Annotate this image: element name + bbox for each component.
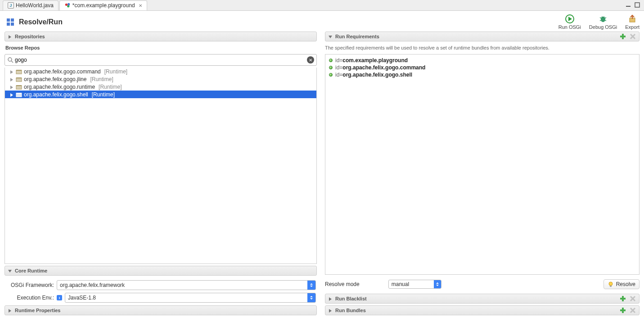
svg-rect-7 <box>7 23 10 26</box>
svg-marker-25 <box>10 78 13 82</box>
svg-marker-36 <box>310 286 313 287</box>
add-bundle-button[interactable] <box>619 307 626 314</box>
run-blacklist-section-header[interactable]: Run Blacklist <box>325 294 639 304</box>
svg-line-15 <box>605 20 606 21</box>
svg-marker-38 <box>310 298 313 300</box>
chevron-right-icon <box>9 92 14 97</box>
svg-rect-5 <box>7 18 10 22</box>
search-icon <box>7 57 14 63</box>
repo-tree: org.apache.felix.gogo.command [Runtime] … <box>5 68 317 264</box>
status-dot-icon <box>329 73 333 77</box>
bundle-icon <box>16 91 22 98</box>
tree-item-tag: [Runtime] <box>99 84 122 90</box>
remove-requirement-button[interactable] <box>629 33 636 40</box>
svg-point-11 <box>601 17 605 22</box>
remove-bundle-button[interactable] <box>629 307 636 314</box>
search-input[interactable] <box>5 54 317 66</box>
tab-playground[interactable]: *com.example.playground ✕ <box>59 0 147 10</box>
core-runtime-body: OSGi Framework: org.apache.felix.framewo… <box>5 277 317 304</box>
chevron-right-icon <box>328 296 333 301</box>
chevron-updown-icon <box>307 293 315 302</box>
tree-item-name: org.apache.felix.gogo.jline <box>24 76 86 82</box>
execution-env-select[interactable]: JavaSE-1.8 <box>65 293 316 303</box>
close-icon[interactable]: ✕ <box>139 3 142 8</box>
svg-marker-22 <box>10 70 13 74</box>
svg-marker-49 <box>329 297 332 301</box>
chevron-right-icon <box>8 34 12 39</box>
add-blacklist-button[interactable] <box>619 295 626 302</box>
svg-point-20 <box>8 58 12 61</box>
svg-rect-3 <box>626 6 630 7</box>
svg-marker-34 <box>8 270 12 273</box>
svg-point-2 <box>68 3 70 5</box>
svg-marker-45 <box>436 282 439 284</box>
chevron-down-icon <box>8 268 12 273</box>
status-dot-icon <box>329 59 333 62</box>
export-button[interactable]: Export <box>625 14 639 30</box>
requirement-row[interactable]: id=org.apache.felix.gogo.shell <box>329 72 635 78</box>
resolve-mode-select[interactable]: manual <box>388 280 441 289</box>
add-requirement-button[interactable] <box>619 33 626 40</box>
right-column: Run Requirements The specified requireme… <box>325 32 639 315</box>
svg-rect-30 <box>16 85 22 86</box>
svg-marker-19 <box>9 35 11 39</box>
requirement-row[interactable]: id=com.example.playground <box>329 57 635 64</box>
tab-helloworld[interactable]: J HelloWorld.java <box>3 0 59 10</box>
requirements-list: id=com.example.playground id=org.apache.… <box>325 54 639 275</box>
svg-line-14 <box>600 20 601 21</box>
chevron-down-icon <box>328 34 333 39</box>
bnd-config-icon <box>64 2 71 9</box>
debug-icon <box>599 14 608 23</box>
svg-marker-28 <box>10 86 13 89</box>
run-requirements-section-header[interactable]: Run Requirements <box>325 32 639 41</box>
clear-search-button[interactable]: ✕ <box>307 56 314 64</box>
maximize-icon[interactable] <box>634 2 640 8</box>
chevron-updown-icon <box>434 280 441 288</box>
tree-row[interactable]: org.apache.felix.gogo.jline [Runtime] <box>5 75 316 83</box>
chevron-right-icon <box>9 85 14 89</box>
svg-point-17 <box>603 17 605 18</box>
info-icon: i <box>57 295 62 300</box>
tree-item-name: org.apache.felix.gogo.runtime <box>24 84 95 90</box>
debug-osgi-button[interactable]: Debug OSGi <box>589 14 617 30</box>
page-title: Resolve/Run <box>19 18 63 26</box>
tree-row[interactable]: org.apache.felix.gogo.shell [Runtime] <box>5 91 316 98</box>
chevron-updown-icon <box>307 281 315 290</box>
body-area: Repositories Browse Repos ✕ org.apache.f… <box>0 32 644 318</box>
svg-rect-42 <box>620 36 626 37</box>
requirement-row[interactable]: id=org.apache.felix.gogo.command <box>329 64 635 71</box>
bundle-icon <box>16 76 22 82</box>
chevron-right-icon <box>8 308 12 313</box>
svg-rect-51 <box>620 298 626 300</box>
resolve-button[interactable]: Resolve <box>603 279 639 289</box>
svg-point-16 <box>602 17 603 18</box>
core-runtime-section-header[interactable]: Core Runtime <box>5 266 317 276</box>
run-osgi-button[interactable]: Run OSGi <box>558 14 581 30</box>
tree-row[interactable]: org.apache.felix.gogo.command [Runtime] <box>5 68 316 75</box>
chevron-right-icon <box>328 308 333 313</box>
tree-item-name: org.apache.felix.gogo.shell <box>24 91 88 98</box>
svg-marker-39 <box>9 309 11 313</box>
export-icon <box>628 14 637 23</box>
runtime-properties-section-header[interactable]: Runtime Properties <box>5 305 317 315</box>
svg-rect-27 <box>16 77 22 78</box>
svg-rect-33 <box>16 93 22 94</box>
svg-marker-35 <box>310 283 313 285</box>
svg-rect-32 <box>16 93 22 97</box>
svg-point-0 <box>65 4 68 6</box>
osgi-framework-select[interactable]: org.apache.felix.framework <box>57 280 316 290</box>
svg-rect-29 <box>16 86 22 89</box>
run-bundles-section-header[interactable]: Run Bundles <box>325 305 639 315</box>
java-file-icon: J <box>8 2 14 9</box>
repositories-section-header[interactable]: Repositories <box>5 32 317 41</box>
svg-marker-54 <box>329 309 332 313</box>
tab-label: HelloWorld.java <box>16 2 54 9</box>
chevron-right-icon <box>9 77 14 82</box>
svg-marker-10 <box>568 17 572 21</box>
chevron-right-icon <box>9 69 14 74</box>
tree-row[interactable]: org.apache.felix.gogo.runtime [Runtime] <box>5 83 316 91</box>
svg-marker-37 <box>310 296 313 297</box>
remove-blacklist-button[interactable] <box>629 295 636 302</box>
minimize-icon[interactable] <box>625 2 631 8</box>
editor-tabbar: J HelloWorld.java *com.example.playgroun… <box>0 0 644 11</box>
